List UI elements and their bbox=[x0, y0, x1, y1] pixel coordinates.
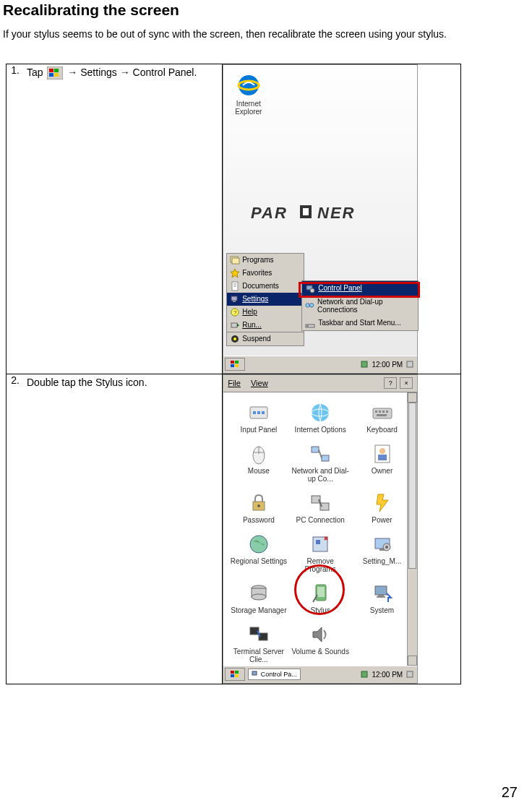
partner-logo: PAR NER bbox=[251, 202, 395, 228]
show-desktop-icon-2 bbox=[406, 670, 414, 679]
cp-internet-options: Internet Options bbox=[290, 400, 351, 435]
cp-input-panel: Input Panel bbox=[228, 400, 289, 435]
step-2-instruction: 2. Double tap the Stylus icon. bbox=[7, 374, 223, 684]
taskbar-2: Control Pa... 12:00 PM bbox=[223, 666, 417, 683]
suspend-icon bbox=[230, 334, 240, 344]
submenu-network: Network and Dial-up Connections bbox=[302, 296, 418, 316]
menu-favorites: Favorites bbox=[227, 267, 304, 280]
cp-storage: Storage Manager bbox=[228, 580, 289, 616]
submenu-taskbar: Taskbar and Start Menu... bbox=[302, 316, 418, 330]
svg-marker-83 bbox=[313, 627, 322, 642]
cp-regional: Regional Settings bbox=[228, 531, 289, 575]
svg-rect-4 bbox=[54, 73, 59, 77]
cp-password: Password bbox=[228, 490, 289, 525]
menu-file: File bbox=[228, 379, 241, 387]
cp-remove-programs-label: Remove Programs bbox=[291, 557, 350, 573]
svg-rect-66 bbox=[316, 540, 320, 544]
menu-documents-label: Documents bbox=[242, 282, 279, 290]
network-icon bbox=[305, 301, 314, 311]
svg-point-5 bbox=[239, 75, 259, 95]
svg-rect-18 bbox=[233, 301, 236, 302]
screenshot-start-menu: Internet Explorer PAR NER bbox=[223, 64, 418, 374]
cp-password-label: Password bbox=[243, 516, 275, 524]
svg-point-73 bbox=[252, 594, 266, 600]
scroll-up-arrow bbox=[408, 392, 417, 403]
svg-rect-53 bbox=[312, 447, 319, 452]
cp-regional-label: Regional Settings bbox=[231, 557, 287, 565]
cp-network: Network and Dial-up Co... bbox=[290, 441, 351, 484]
cp-owner: Owner bbox=[351, 441, 413, 484]
cp-pc-connection: PC Connection bbox=[290, 490, 351, 525]
cp-remove-programs: Remove Programs bbox=[290, 531, 351, 575]
cp-setting-m: Setting_M... bbox=[351, 531, 413, 575]
svg-point-26 bbox=[310, 288, 314, 293]
cp-storage-label: Storage Manager bbox=[231, 606, 286, 614]
svg-rect-78 bbox=[378, 595, 384, 596]
start-menu: Programs Favorites Documents bbox=[226, 253, 304, 346]
svg-rect-34 bbox=[231, 364, 234, 367]
svg-marker-22 bbox=[237, 324, 239, 327]
submenu-taskbar-label: Taskbar and Start Menu... bbox=[318, 319, 401, 327]
menu-suspend-label: Suspend bbox=[242, 335, 270, 343]
svg-rect-35 bbox=[235, 364, 239, 367]
cp-terminal-label: Terminal Server Clie... bbox=[229, 648, 288, 663]
svg-rect-77 bbox=[375, 586, 387, 595]
svg-rect-32 bbox=[231, 361, 234, 364]
cp-mouse-label: Mouse bbox=[248, 467, 270, 475]
svg-rect-58 bbox=[378, 455, 387, 460]
system-tray: 12:00 PM bbox=[360, 360, 414, 369]
control-panel-icon bbox=[305, 283, 315, 293]
step-2-number: 2. bbox=[7, 374, 20, 386]
cp-mouse: Mouse bbox=[228, 441, 289, 484]
system-tray-2: 12:00 PM bbox=[360, 670, 414, 679]
cp-volume-label: Volume & Sounds bbox=[291, 648, 349, 656]
internet-explorer-desktop-icon: Internet Explorer bbox=[235, 72, 262, 116]
svg-rect-9 bbox=[303, 208, 309, 215]
cp-internet-options-label: Internet Options bbox=[295, 426, 346, 434]
svg-point-64 bbox=[250, 536, 267, 553]
programs-icon bbox=[230, 255, 240, 265]
clock-time: 12:00 PM bbox=[372, 361, 403, 369]
svg-point-70 bbox=[385, 546, 388, 549]
cp-stylus: Stylus bbox=[290, 580, 351, 616]
svg-point-60 bbox=[257, 504, 260, 507]
menu-documents: Documents bbox=[227, 280, 304, 293]
svg-rect-31 bbox=[306, 325, 309, 327]
cp-power-label: Power bbox=[372, 516, 392, 524]
svg-text:PAR: PAR bbox=[251, 204, 288, 222]
close-button: × bbox=[400, 377, 413, 389]
svg-rect-33 bbox=[235, 361, 239, 364]
control-panel-grid: Input Panel Internet Options Keyboard Mo… bbox=[223, 392, 417, 672]
svg-rect-86 bbox=[231, 674, 234, 677]
page-heading: Recalibrating the screen bbox=[0, 0, 532, 19]
cp-stylus-label: Stylus bbox=[311, 606, 330, 614]
cp-system: System bbox=[351, 580, 413, 616]
svg-rect-46 bbox=[379, 411, 381, 413]
cp-power: Power bbox=[351, 490, 413, 525]
submenu-control-panel: Control Panel bbox=[302, 281, 418, 296]
cp-owner-label: Owner bbox=[372, 467, 392, 475]
step-1-number: 1. bbox=[7, 64, 20, 76]
page-number: 27 bbox=[502, 784, 518, 801]
svg-rect-49 bbox=[377, 414, 387, 416]
svg-rect-54 bbox=[322, 455, 329, 461]
svg-line-55 bbox=[319, 450, 322, 458]
step-2-screenshot-cell: File View ? × Input Panel Internet bbox=[223, 374, 461, 684]
help-button: ? bbox=[384, 377, 397, 389]
step-1-screenshot-cell: Internet Explorer PAR NER bbox=[223, 64, 461, 374]
menu-favorites-label: Favorites bbox=[242, 269, 272, 277]
cp-keyboard-label: Keyboard bbox=[366, 426, 398, 434]
menu-view: View bbox=[251, 379, 268, 387]
steps-table: 1. Tap → Settings → Control Panel. bbox=[6, 64, 461, 684]
cp-setting-m-label: Setting_M... bbox=[363, 557, 401, 565]
submenu-control-panel-label: Control Panel bbox=[318, 284, 362, 292]
svg-rect-85 bbox=[235, 671, 239, 674]
svg-rect-40 bbox=[257, 411, 260, 414]
svg-marker-13 bbox=[231, 269, 239, 278]
help-icon: ? bbox=[230, 307, 240, 317]
cp-volume: Volume & Sounds bbox=[290, 622, 351, 665]
scrollbar-vertical bbox=[407, 392, 417, 666]
svg-text:NER: NER bbox=[317, 204, 355, 222]
menu-settings-label: Settings bbox=[242, 295, 268, 303]
step-1-instruction: 1. Tap → Settings → Control Panel. bbox=[7, 64, 223, 374]
